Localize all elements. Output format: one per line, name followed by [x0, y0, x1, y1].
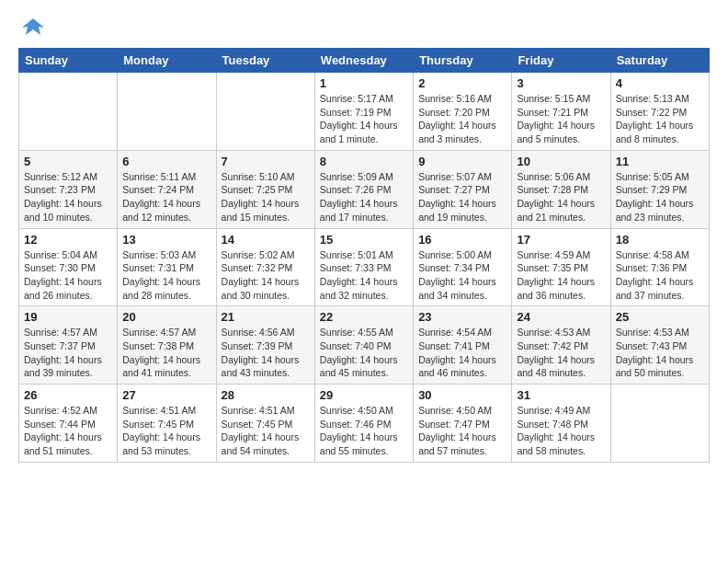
logo — [18, 15, 46, 40]
calendar-header-row: SundayMondayTuesdayWednesdayThursdayFrid… — [19, 49, 710, 73]
calendar-cell: 2Sunrise: 5:16 AMSunset: 7:20 PMDaylight… — [414, 73, 512, 151]
calendar-cell: 16Sunrise: 5:00 AMSunset: 7:34 PMDayligh… — [414, 228, 512, 306]
calendar-cell: 15Sunrise: 5:01 AMSunset: 7:33 PMDayligh… — [314, 228, 413, 306]
calendar-cell: 31Sunrise: 4:49 AMSunset: 7:48 PMDayligh… — [512, 385, 610, 463]
calendar-cell: 22Sunrise: 4:55 AMSunset: 7:40 PMDayligh… — [314, 306, 413, 385]
day-number: 15 — [320, 233, 408, 247]
day-number: 27 — [122, 388, 210, 402]
calendar-cell: 17Sunrise: 4:59 AMSunset: 7:35 PMDayligh… — [512, 228, 610, 306]
day-info: Sunrise: 4:49 AMSunset: 7:48 PMDaylight:… — [517, 404, 605, 458]
calendar-cell — [216, 73, 314, 151]
day-info: Sunrise: 5:09 AMSunset: 7:26 PMDaylight:… — [320, 170, 408, 224]
weekday-header: Friday — [512, 49, 610, 73]
day-number: 29 — [320, 388, 408, 402]
calendar-week-row: 1Sunrise: 5:17 AMSunset: 7:19 PMDaylight… — [19, 73, 710, 151]
day-info: Sunrise: 4:52 AMSunset: 7:44 PMDaylight:… — [24, 404, 112, 458]
day-number: 24 — [517, 310, 605, 324]
day-number: 14 — [222, 233, 310, 247]
weekday-header: Wednesday — [314, 49, 413, 73]
calendar-cell: 29Sunrise: 4:50 AMSunset: 7:46 PMDayligh… — [314, 385, 413, 463]
header — [18, 15, 710, 40]
calendar-cell: 19Sunrise: 4:57 AMSunset: 7:37 PMDayligh… — [19, 306, 118, 385]
day-number: 11 — [616, 155, 704, 168]
day-number: 4 — [616, 76, 704, 90]
calendar-cell: 5Sunrise: 5:12 AMSunset: 7:23 PMDaylight… — [19, 150, 118, 228]
calendar-cell — [118, 73, 216, 151]
day-info: Sunrise: 4:53 AMSunset: 7:42 PMDaylight:… — [517, 326, 605, 380]
day-number: 22 — [320, 310, 408, 324]
day-info: Sunrise: 4:54 AMSunset: 7:41 PMDaylight:… — [418, 326, 506, 380]
day-number: 2 — [418, 76, 506, 90]
calendar-cell: 14Sunrise: 5:02 AMSunset: 7:32 PMDayligh… — [216, 228, 314, 306]
day-info: Sunrise: 5:03 AMSunset: 7:31 PMDaylight:… — [122, 248, 210, 303]
calendar-cell: 8Sunrise: 5:09 AMSunset: 7:26 PMDaylight… — [314, 150, 413, 228]
calendar-cell: 30Sunrise: 4:50 AMSunset: 7:47 PMDayligh… — [414, 385, 512, 463]
calendar-cell: 20Sunrise: 4:57 AMSunset: 7:38 PMDayligh… — [118, 306, 216, 385]
calendar-cell: 26Sunrise: 4:52 AMSunset: 7:44 PMDayligh… — [19, 385, 118, 463]
day-number: 31 — [517, 388, 605, 402]
calendar-week-row: 12Sunrise: 5:04 AMSunset: 7:30 PMDayligh… — [19, 228, 710, 306]
calendar-cell: 27Sunrise: 4:51 AMSunset: 7:45 PMDayligh… — [118, 385, 216, 463]
day-info: Sunrise: 5:06 AMSunset: 7:28 PMDaylight:… — [517, 170, 605, 224]
day-info: Sunrise: 5:00 AMSunset: 7:34 PMDaylight:… — [418, 248, 506, 303]
calendar-cell: 4Sunrise: 5:13 AMSunset: 7:22 PMDaylight… — [610, 73, 709, 151]
weekday-header: Monday — [118, 49, 216, 73]
calendar-cell: 10Sunrise: 5:06 AMSunset: 7:28 PMDayligh… — [512, 150, 610, 228]
day-number: 7 — [222, 155, 310, 168]
day-number: 25 — [616, 310, 704, 324]
day-number: 9 — [418, 155, 506, 168]
day-number: 8 — [320, 155, 408, 168]
calendar-cell: 6Sunrise: 5:11 AMSunset: 7:24 PMDaylight… — [118, 150, 216, 228]
day-info: Sunrise: 4:56 AMSunset: 7:39 PMDaylight:… — [222, 326, 310, 380]
calendar-cell: 11Sunrise: 5:05 AMSunset: 7:29 PMDayligh… — [610, 150, 709, 228]
calendar-cell: 21Sunrise: 4:56 AMSunset: 7:39 PMDayligh… — [216, 306, 314, 385]
day-info: Sunrise: 4:57 AMSunset: 7:37 PMDaylight:… — [24, 326, 112, 380]
day-info: Sunrise: 5:13 AMSunset: 7:22 PMDaylight:… — [616, 92, 704, 146]
day-info: Sunrise: 4:58 AMSunset: 7:36 PMDaylight:… — [616, 248, 704, 303]
calendar-cell: 18Sunrise: 4:58 AMSunset: 7:36 PMDayligh… — [610, 228, 709, 306]
calendar-table: SundayMondayTuesdayWednesdayThursdayFrid… — [18, 48, 710, 463]
day-info: Sunrise: 5:12 AMSunset: 7:23 PMDaylight:… — [24, 170, 112, 224]
day-number: 3 — [517, 76, 605, 90]
day-number: 6 — [122, 155, 210, 168]
day-info: Sunrise: 5:10 AMSunset: 7:25 PMDaylight:… — [222, 170, 310, 224]
calendar-cell: 25Sunrise: 4:53 AMSunset: 7:43 PMDayligh… — [610, 306, 709, 385]
logo-bird-icon — [20, 15, 46, 40]
calendar-cell — [610, 385, 709, 463]
day-number: 12 — [24, 233, 112, 247]
calendar-cell: 23Sunrise: 4:54 AMSunset: 7:41 PMDayligh… — [414, 306, 512, 385]
weekday-header: Tuesday — [216, 49, 314, 73]
calendar-cell: 12Sunrise: 5:04 AMSunset: 7:30 PMDayligh… — [19, 228, 118, 306]
calendar-cell: 24Sunrise: 4:53 AMSunset: 7:42 PMDayligh… — [512, 306, 610, 385]
day-info: Sunrise: 4:50 AMSunset: 7:46 PMDaylight:… — [320, 404, 408, 458]
calendar-cell: 28Sunrise: 4:51 AMSunset: 7:45 PMDayligh… — [216, 385, 314, 463]
weekday-header: Saturday — [610, 49, 709, 73]
day-number: 5 — [24, 155, 112, 168]
day-number: 19 — [24, 310, 112, 324]
day-number: 17 — [517, 233, 605, 247]
day-info: Sunrise: 4:50 AMSunset: 7:47 PMDaylight:… — [418, 404, 506, 458]
page: SundayMondayTuesdayWednesdayThursdayFrid… — [0, 0, 728, 477]
weekday-header: Thursday — [414, 49, 512, 73]
day-info: Sunrise: 5:07 AMSunset: 7:27 PMDaylight:… — [418, 170, 506, 224]
calendar-cell — [19, 73, 118, 151]
day-number: 18 — [616, 233, 704, 247]
calendar-cell: 7Sunrise: 5:10 AMSunset: 7:25 PMDaylight… — [216, 150, 314, 228]
day-info: Sunrise: 5:01 AMSunset: 7:33 PMDaylight:… — [320, 248, 408, 303]
calendar-cell: 1Sunrise: 5:17 AMSunset: 7:19 PMDaylight… — [314, 73, 413, 151]
day-info: Sunrise: 5:17 AMSunset: 7:19 PMDaylight:… — [320, 92, 408, 146]
day-info: Sunrise: 4:51 AMSunset: 7:45 PMDaylight:… — [122, 404, 210, 458]
calendar-week-row: 5Sunrise: 5:12 AMSunset: 7:23 PMDaylight… — [19, 150, 710, 228]
weekday-header: Sunday — [19, 49, 118, 73]
day-info: Sunrise: 4:53 AMSunset: 7:43 PMDaylight:… — [616, 326, 704, 380]
calendar-cell: 3Sunrise: 5:15 AMSunset: 7:21 PMDaylight… — [512, 73, 610, 151]
day-number: 10 — [517, 155, 605, 168]
day-info: Sunrise: 4:57 AMSunset: 7:38 PMDaylight:… — [122, 326, 210, 380]
day-info: Sunrise: 4:55 AMSunset: 7:40 PMDaylight:… — [320, 326, 408, 380]
day-info: Sunrise: 4:59 AMSunset: 7:35 PMDaylight:… — [517, 248, 605, 303]
svg-marker-0 — [22, 18, 44, 35]
day-number: 16 — [418, 233, 506, 247]
calendar-week-row: 19Sunrise: 4:57 AMSunset: 7:37 PMDayligh… — [19, 306, 710, 385]
day-info: Sunrise: 4:51 AMSunset: 7:45 PMDaylight:… — [222, 404, 310, 458]
day-number: 1 — [320, 76, 408, 90]
